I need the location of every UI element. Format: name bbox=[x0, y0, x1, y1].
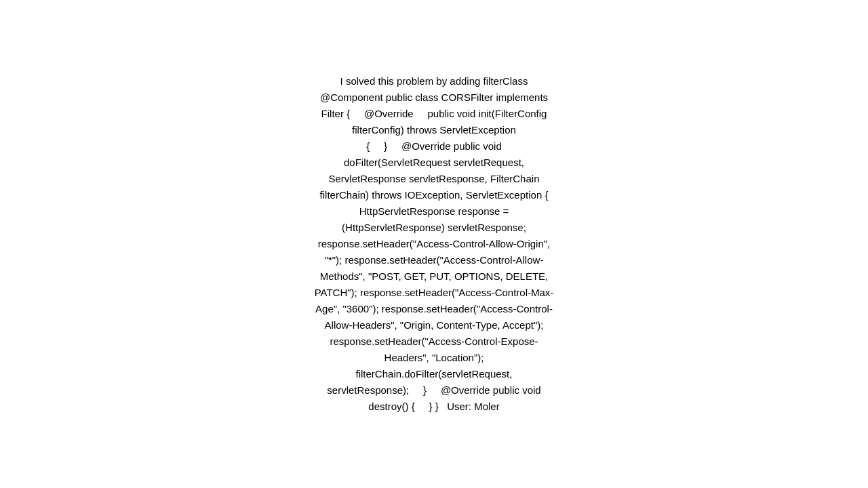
main-content: I solved this problem by adding filterCl… bbox=[312, 73, 556, 415]
code-text: I solved this problem by adding filterCl… bbox=[312, 73, 556, 415]
